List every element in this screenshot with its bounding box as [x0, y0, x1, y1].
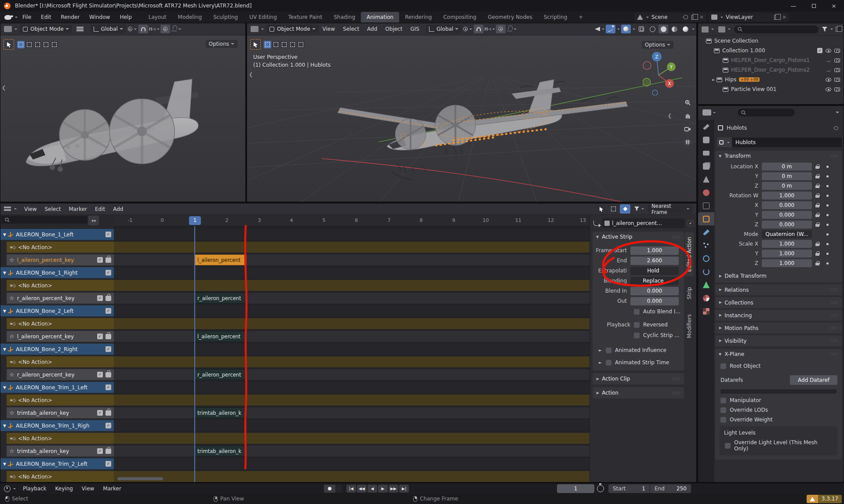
nla-strip-row[interactable] [114, 267, 589, 278]
workspace-tab[interactable]: Modeling [172, 12, 208, 22]
timeline-ruler[interactable]: -1012345678910111213 1 [114, 215, 589, 226]
minimize-button[interactable]: — [783, 0, 804, 11]
viewport-left-canvas[interactable]: Options ❮ [0, 36, 245, 202]
transport-button[interactable]: ◀◀ [357, 485, 367, 493]
cursor-tool-button[interactable] [51, 41, 58, 48]
workspace-tab[interactable]: Geometry Nodes [482, 12, 538, 22]
circle-select-tool-button[interactable] [34, 41, 41, 48]
nla-track[interactable]: ▼ ∗◇ ☆ <No Action> ✓ [7, 433, 114, 444]
panel-grip-icon[interactable]: ::::: [830, 352, 838, 356]
mode-dropdown[interactable]: Object Mode [266, 25, 319, 33]
viewport-menu-item[interactable]: Object [381, 24, 406, 34]
snap-settings-dropdown[interactable]: H⊣ [485, 25, 495, 33]
properties-tab[interactable] [698, 225, 714, 239]
workspace-tab[interactable]: Compositing [437, 12, 482, 22]
action-strip[interactable]: l_aileron_percent [195, 254, 247, 265]
field-value[interactable]: 1.000 [630, 247, 679, 255]
animate-dot-icon[interactable] [826, 253, 829, 255]
lock-icon[interactable] [815, 213, 821, 218]
properties-tab[interactable] [698, 265, 714, 278]
lock-icon[interactable] [815, 184, 821, 189]
box-select-tool-button[interactable] [608, 204, 618, 214]
flip-names-button[interactable]: ↔ [88, 216, 99, 225]
outliner-row[interactable]: ► Hips +99 +99 ✓ [698, 75, 844, 84]
workspace-tab[interactable]: Shading [328, 12, 361, 22]
track-enable-checkbox[interactable]: ✓ [106, 423, 111, 428]
outliner-row[interactable]: ► Scene Collection ✓ [698, 36, 844, 45]
animate-dot-icon[interactable] [826, 262, 829, 265]
timeline-menu-item[interactable]: Keying [51, 484, 77, 493]
nla-track[interactable]: ▼ ∗◇ ☆ AILERON_Bone_1_Right ✓ [0, 267, 114, 278]
nla-strip-row[interactable]: trimtab_aileron_k [114, 407, 589, 418]
falloff-dropdown[interactable] [507, 25, 517, 33]
field-value[interactable]: 1.000 [762, 192, 812, 199]
outliner-row[interactable]: ► Particle View 001 ✓ [698, 85, 844, 94]
panel-grip-icon[interactable]: ::::: [830, 301, 838, 305]
viewport-menu-item[interactable]: Select [339, 24, 363, 34]
mode-dropdown[interactable]: Object Mode [20, 25, 72, 33]
panel-grip-icon[interactable]: ::::: [830, 288, 838, 292]
lock-icon[interactable] [815, 251, 821, 256]
editor-type-icon[interactable] [4, 26, 12, 32]
tweak-tool-button[interactable] [620, 204, 630, 214]
delta-transform-header[interactable]: ▼Delta Transform [715, 272, 842, 283]
nla-track[interactable]: ▼ ∗◇ ☆ <No Action> ✓ [7, 280, 114, 291]
panel-grip-icon[interactable]: ::::: [673, 391, 680, 395]
frame-end-field[interactable]: End250 [650, 484, 691, 493]
transport-button[interactable]: |◀ [346, 485, 356, 493]
orientation-dropdown[interactable]: Global [91, 25, 126, 33]
snap-settings-dropdown[interactable]: H⊣ [149, 25, 159, 33]
object-id-dropdown[interactable] [717, 138, 732, 147]
nla-track[interactable]: ▼ ∗◇ ☆ <No Action> ✓ [7, 356, 114, 367]
active-strip-header[interactable]: ▼Active Strip::::: [593, 232, 684, 242]
lock-icon[interactable] [815, 222, 821, 227]
panel-grip-icon[interactable]: ::::: [830, 326, 838, 330]
lock-icon[interactable] [815, 242, 821, 247]
auto-key-dropdown[interactable] [336, 485, 342, 493]
app-menu-item[interactable]: Window [84, 12, 115, 22]
object-name-field[interactable]: Hublots [732, 138, 842, 147]
action-strip[interactable]: r_aileron_percent [195, 369, 247, 380]
add-dataref-button[interactable]: Add Dataref [790, 375, 837, 385]
viewport-menu-item[interactable]: GIS [406, 24, 423, 34]
copy-icon[interactable] [691, 15, 696, 20]
action-strip[interactable]: r_aileron_percent [195, 293, 247, 304]
action-name-field[interactable]: l_aileron_percent... [602, 218, 685, 228]
collapsed-panel-header[interactable]: ▼Collections::::: [715, 297, 842, 308]
properties-tab[interactable] [698, 305, 714, 318]
lock-icon[interactable] [815, 164, 821, 169]
track-lock-icon[interactable] [106, 449, 111, 454]
nla-track[interactable]: ▼ ∗◇ ☆ l_aileron_percent_key ✓ [7, 331, 114, 342]
animate-dot-icon[interactable] [826, 233, 829, 236]
animate-dot-icon[interactable] [826, 224, 829, 226]
lock-icon[interactable] [815, 203, 821, 208]
xplane-panel-header[interactable]: ▼X-Plane::::: [715, 349, 842, 359]
sidebar-tab[interactable]: Edited Action [685, 232, 694, 276]
track-enable-checkbox[interactable]: ✓ [106, 384, 111, 390]
cyclic-row[interactable]: Cyclic Strip ... [593, 331, 684, 340]
collection-checkbox[interactable]: ✓ [817, 48, 822, 53]
outliner-row[interactable]: ► Collection 1.000 ✓ [698, 46, 844, 55]
app-menu-item[interactable]: Help [115, 12, 136, 22]
nla-track[interactable]: ▼ ∗◇ ☆ trimtab_aileron_key ✓ [7, 407, 114, 418]
sidebar-panel-header[interactable]: ▼Action::::: [593, 387, 684, 399]
horizontal-scrollbar[interactable] [117, 477, 163, 480]
nla-track[interactable]: ▼ ∗◇ ☆ AILERON_Bone_Trim_1_Left ✓ [0, 382, 114, 393]
animate-dot-icon[interactable] [826, 243, 829, 245]
expand-icon[interactable]: ► [712, 78, 717, 82]
properties-tab[interactable] [698, 160, 714, 173]
navigation-gizmo[interactable]: Z Y X [643, 50, 677, 95]
zoom-button[interactable] [682, 97, 693, 108]
collapsed-panel-header[interactable]: ▼Instancing::::: [715, 310, 842, 321]
field-value[interactable]: 1.000 [762, 240, 812, 248]
field-value[interactable]: 0.000 [762, 211, 812, 219]
nla-strip-row[interactable] [114, 344, 589, 355]
nla-strip-row[interactable]: l_aileron_percent [114, 254, 589, 265]
track-enable-checkbox[interactable]: ✓ [97, 448, 103, 454]
lock-icon[interactable] [815, 193, 821, 198]
field-value[interactable]: 1.000 [762, 259, 812, 267]
panel-grip-icon[interactable]: ::::: [830, 339, 838, 343]
field-value[interactable]: 0.000 [630, 297, 679, 305]
timeline-menu-item[interactable]: Playback [18, 484, 51, 493]
workspace-tab[interactable]: Layout [143, 12, 172, 22]
